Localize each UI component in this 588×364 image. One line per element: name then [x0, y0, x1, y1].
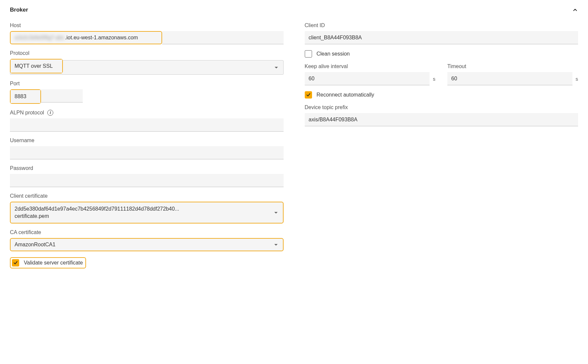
- ca-cert-label: CA certificate: [10, 229, 284, 235]
- section-title: Broker: [10, 7, 28, 13]
- client-id-label: Client ID: [305, 22, 578, 28]
- ca-cert-select[interactable]: AmazonRootCA1: [10, 238, 284, 251]
- password-label: Password: [10, 165, 284, 171]
- clean-session-row: Clean session: [305, 50, 578, 58]
- reconnect-checkbox[interactable]: [305, 91, 312, 99]
- host-input-extension[interactable]: [162, 31, 284, 44]
- timeout-unit: s: [576, 76, 578, 82]
- ca-cert-value: AmazonRootCA1: [15, 242, 56, 248]
- timeout-input[interactable]: [447, 72, 572, 85]
- username-label: Username: [10, 138, 284, 143]
- protocol-value: MQTT over SSL: [15, 63, 53, 69]
- alpn-label: ALPN protocol: [10, 110, 44, 116]
- password-input[interactable]: [10, 174, 284, 187]
- host-visible: .iot.eu-west-1.amazonaws.com: [65, 35, 138, 41]
- client-cert-select[interactable]: 2dd5e380daf64d1e97a4ec7b4256849f2d791111…: [10, 202, 284, 223]
- validate-cert-label: Validate server certificate: [24, 260, 83, 266]
- chevron-down-icon: [275, 67, 278, 68]
- client-cert-line1: 2dd5e380daf64d1e97a4ec7b4256849f2d791111…: [15, 206, 274, 212]
- validate-cert-row: Validate server certificate: [10, 257, 86, 268]
- chevron-down-icon: [274, 212, 278, 214]
- port-label: Port: [10, 81, 284, 87]
- protocol-label: Protocol: [10, 50, 284, 56]
- client-id-input[interactable]: [305, 31, 578, 44]
- right-column: Client ID Clean session Keep alive inter…: [305, 22, 578, 274]
- client-cert-line2: certificate.pem: [15, 213, 274, 219]
- prefix-input[interactable]: [305, 113, 578, 126]
- info-icon[interactable]: i: [47, 110, 53, 116]
- keep-alive-input[interactable]: [305, 72, 430, 85]
- port-input-extension[interactable]: [41, 89, 83, 102]
- client-cert-label: Client certificate: [10, 193, 284, 199]
- timeout-label: Timeout: [447, 63, 578, 69]
- port-input[interactable]: 8883: [11, 90, 40, 103]
- alpn-input[interactable]: [10, 118, 284, 132]
- keep-alive-label: Keep alive interval: [305, 63, 435, 69]
- reconnect-label: Reconnect automatically: [317, 92, 374, 98]
- clean-session-label: Clean session: [317, 51, 350, 57]
- chevron-up-icon[interactable]: [572, 7, 578, 13]
- protocol-select-highlighted[interactable]: MQTT over SSL: [11, 60, 62, 73]
- broker-section-header: Broker: [10, 7, 578, 13]
- chevron-down-icon: [274, 244, 278, 246]
- prefix-label: Device topic prefix: [305, 104, 578, 110]
- username-input[interactable]: [10, 146, 284, 159]
- left-column: Host a1b2c3d4e5f6g7-abc .iot.eu-west-1.a…: [10, 22, 284, 274]
- host-label: Host: [10, 22, 284, 28]
- keep-alive-unit: s: [433, 76, 435, 82]
- host-input-wrap: a1b2c3d4e5f6g7-abc .iot.eu-west-1.amazon…: [10, 31, 284, 44]
- validate-cert-checkbox[interactable]: [12, 259, 19, 266]
- host-blurred: a1b2c3d4e5f6g7-abc: [15, 35, 64, 41]
- reconnect-row: Reconnect automatically: [305, 91, 578, 99]
- host-input[interactable]: a1b2c3d4e5f6g7-abc .iot.eu-west-1.amazon…: [10, 31, 162, 44]
- clean-session-checkbox[interactable]: [305, 50, 312, 58]
